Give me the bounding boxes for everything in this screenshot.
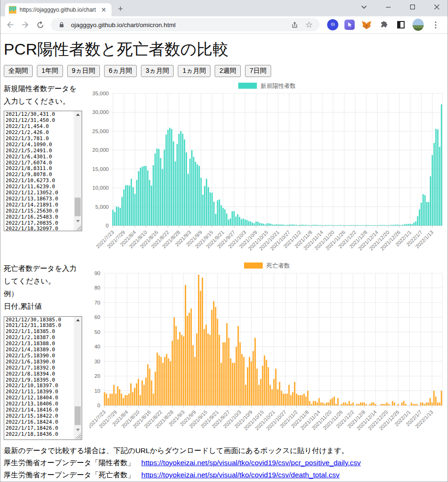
reload-button[interactable] [33,18,47,32]
range-button-6m[interactable]: 6ヵ月間 [104,65,137,77]
svg-text:30,000: 30,000 [92,109,109,115]
forward-button[interactable] [18,18,32,32]
puzzle-extensions-icon[interactable] [378,19,389,30]
range-button-2w[interactable]: 2週間 [215,65,241,77]
scroll-up-icon[interactable] [74,111,82,118]
svg-text:0: 0 [98,403,100,408]
lock-icon[interactable] [56,20,67,30]
positives-chart[interactable]: 05,00010,00015,00020,00025,00030,00035,0… [90,81,444,255]
positives-row: 新規陽性者数データを 入力してください。 2021/12/30,431.0 20… [4,81,444,255]
share-icon[interactable] [289,20,300,30]
site-favicon-icon [9,6,16,14]
page-title: PCR陽性者数と死亡者数の比較 [4,39,444,60]
footer: 最新のデータで比較する場合は、下記のURLからダウンロードして画面にあるボックス… [4,445,444,482]
maximize-icon[interactable] [408,3,417,11]
minimize-icon[interactable] [384,3,392,11]
browser-window: https://ojagggyo.github.io/chart ✕ + [0,0,448,482]
positives-input-label: 新規陽性者数データを 入力してください。 [4,82,90,107]
positives-textarea[interactable]: 2021/12/30,431.0 2021/12/31,450.0 2022/1… [4,111,82,231]
footer-death-label: 厚生労働省オープンデータ「死亡者数」 [4,471,135,479]
range-button-1y[interactable]: 1年間 [37,65,63,77]
bookmark-star-icon[interactable]: ☆ [304,20,314,30]
steem-extension-icon[interactable] [327,19,338,30]
positives-textarea-content: 2021/12/30,431.0 2021/12/31,450.0 2022/1… [4,111,82,231]
tab-close-icon[interactable]: ✕ [99,6,108,14]
positive-csv-link[interactable]: https://toyokeizai.net/sp/visual/tko/cov… [141,459,361,467]
deaths-input-label: 死亡者数データを入力 してください。 例） 日付,累計値 [4,262,90,313]
chevron-down-icon[interactable] [360,3,368,11]
svg-text:80: 80 [94,285,100,291]
svg-text:25,000: 25,000 [92,128,109,134]
footer-death-line: 厚生労働省オープンデータ「死亡者数」https://toyokeizai.net… [4,469,444,481]
svg-text:70: 70 [94,300,100,305]
deaths-textarea[interactable]: 2021/12/30,18385.0 2021/12/31,18385.0 20… [4,316,82,440]
back-button[interactable] [3,18,17,32]
range-button-7d[interactable]: 7日間 [245,65,271,77]
positives-input-column: 新規陽性者数データを 入力してください。 2021/12/30,431.0 20… [4,81,90,231]
range-button-all[interactable]: 全期間 [4,65,33,77]
svg-text:35,000: 35,000 [92,91,109,96]
footer-note: 最新のデータで比較する場合は、下記のURLからダウンロードして画面にあるボックス… [4,445,444,457]
menu-dots-icon[interactable] [430,19,441,30]
footer-positive-label: 厚生労働省オープンデータ「陽性者数」 [4,459,135,467]
url-text: ojagggyo.github.io/chart/omicron.html [71,21,285,28]
scrollbar-thumb[interactable] [75,198,81,216]
range-button-1m[interactable]: 1ヵ月間 [178,65,210,77]
scrollbar-track[interactable] [74,324,82,426]
positives-scrollbar[interactable] [74,111,82,231]
svg-text:20: 20 [94,373,100,379]
scroll-down-icon[interactable] [74,426,82,433]
svg-text:10,000: 10,000 [92,185,109,191]
range-button-3m[interactable]: 3ヵ月間 [141,65,174,77]
scrollbar-thumb[interactable] [75,406,81,425]
svg-text:5,000: 5,000 [95,204,109,210]
scroll-up-icon[interactable] [74,317,82,324]
profile-avatar[interactable] [413,19,424,30]
window-controls [360,2,441,12]
svg-text:40: 40 [94,344,100,349]
scrollbar-track[interactable] [74,118,82,218]
scroll-down-icon[interactable] [74,218,82,225]
svg-text:20,000: 20,000 [92,147,109,153]
metamask-icon[interactable] [361,19,372,30]
footer-positive-line: 厚生労働省オープンデータ「陽性者数」https://toyokeizai.net… [4,457,444,469]
range-button-row: 全期間 1年間 9ヵ日間 6ヵ月間 3ヵ月間 1ヵ月間 2週間 7日間 [4,65,444,77]
deaths-row: 死亡者数データを入力 してください。 例） 日付,累計値 2021/12/30,… [4,261,444,440]
cursor-extension-icon[interactable] [344,20,355,30]
svg-text:新規陽性者数: 新規陽性者数 [261,83,296,89]
death-csv-link[interactable]: https://toyokeizai.net/sp/visual/tko/cov… [141,471,340,479]
svg-text:0: 0 [106,223,109,228]
range-button-9m[interactable]: 9ヵ日間 [67,65,100,77]
deaths-chart[interactable]: 01020304050607080902021/7/232021/7/29202… [90,261,444,434]
address-bar[interactable]: ojagggyo.github.io/chart/omicron.html ☆ [51,18,320,31]
tab-title: https://ojagggyo.github.io/chart [20,7,96,13]
deaths-scrollbar[interactable] [74,317,82,439]
svg-text:50: 50 [94,329,100,335]
extensions-area [323,19,445,30]
svg-text:15,000: 15,000 [92,166,109,172]
page-content: PCR陽性者数と死亡者数の比較 全期間 1年間 9ヵ日間 6ヵ月間 3ヵ月間 1… [0,34,448,482]
new-tab-button[interactable]: + [114,3,126,15]
browser-toolbar: ojagggyo.github.io/chart/omicron.html ☆ [0,16,448,34]
svg-text:60: 60 [94,314,100,320]
browser-tab[interactable]: https://ojagggyo.github.io/chart ✕ [5,3,112,16]
deaths-textarea-content: 2021/12/30,18385.0 2021/12/31,18385.0 20… [4,317,82,439]
close-icon[interactable] [433,3,441,11]
svg-text:死亡者数: 死亡者数 [266,262,290,269]
svg-text:90: 90 [94,270,100,276]
deaths-input-column: 死亡者数データを入力 してください。 例） 日付,累計値 2021/12/30,… [4,261,90,440]
bw-square-extension-icon[interactable] [395,19,406,30]
svg-text:10: 10 [94,388,100,394]
svg-text:30: 30 [94,359,100,364]
tab-strip: https://ojagggyo.github.io/chart ✕ + [0,0,448,16]
